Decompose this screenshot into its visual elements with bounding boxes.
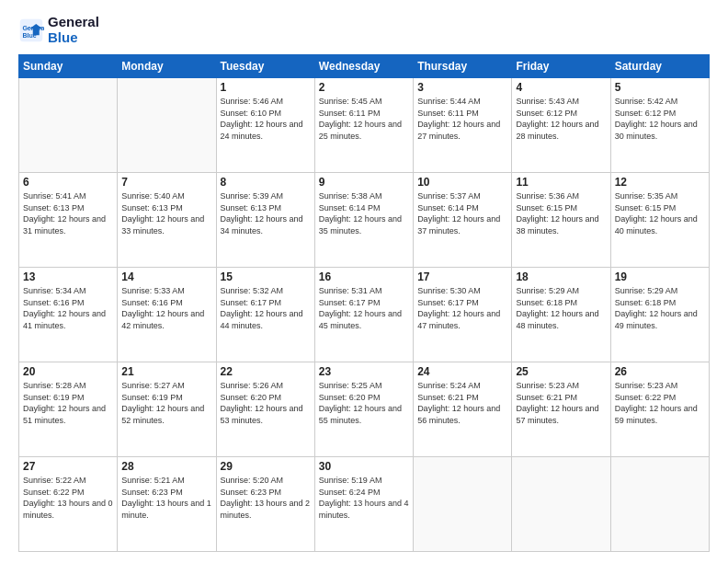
calendar-cell-0-2: 1Sunrise: 5:46 AM Sunset: 6:10 PM Daylig…	[216, 78, 314, 173]
week-row-4: 20Sunrise: 5:28 AM Sunset: 6:19 PM Dayli…	[19, 362, 710, 457]
day-info: Sunrise: 5:35 AM Sunset: 6:15 PM Dayligh…	[615, 190, 705, 236]
calendar-cell-2-5: 18Sunrise: 5:29 AM Sunset: 6:18 PM Dayli…	[512, 268, 610, 362]
day-number: 9	[319, 176, 409, 189]
day-info: Sunrise: 5:24 AM Sunset: 6:21 PM Dayligh…	[417, 380, 507, 426]
day-info: Sunrise: 5:19 AM Sunset: 6:24 PM Dayligh…	[319, 475, 409, 521]
day-info: Sunrise: 5:30 AM Sunset: 6:17 PM Dayligh…	[417, 285, 507, 331]
calendar-cell-1-0: 6Sunrise: 5:41 AM Sunset: 6:13 PM Daylig…	[19, 173, 118, 268]
day-number: 20	[23, 365, 113, 378]
logo: General Blue General Blue	[18, 15, 99, 45]
day-info: Sunrise: 5:43 AM Sunset: 6:12 PM Dayligh…	[516, 96, 606, 142]
day-number: 30	[319, 460, 409, 473]
day-number: 17	[417, 270, 507, 283]
day-number: 7	[121, 176, 211, 189]
calendar-cell-0-3: 2Sunrise: 5:45 AM Sunset: 6:11 PM Daylig…	[314, 78, 413, 173]
calendar-cell-3-6: 26Sunrise: 5:23 AM Sunset: 6:22 PM Dayli…	[610, 362, 709, 457]
calendar-cell-0-4: 3Sunrise: 5:44 AM Sunset: 6:11 PM Daylig…	[414, 78, 512, 173]
day-number: 1	[221, 81, 311, 94]
weekday-header-sunday: Sunday	[19, 55, 118, 78]
calendar-cell-3-4: 24Sunrise: 5:24 AM Sunset: 6:21 PM Dayli…	[414, 362, 512, 457]
day-info: Sunrise: 5:42 AM Sunset: 6:12 PM Dayligh…	[615, 96, 705, 142]
day-info: Sunrise: 5:23 AM Sunset: 6:21 PM Dayligh…	[516, 380, 606, 426]
calendar-cell-1-2: 8Sunrise: 5:39 AM Sunset: 6:13 PM Daylig…	[216, 173, 314, 268]
day-number: 18	[516, 270, 606, 283]
calendar-cell-0-5: 4Sunrise: 5:43 AM Sunset: 6:12 PM Daylig…	[512, 78, 610, 173]
weekday-header-thursday: Thursday	[414, 55, 512, 78]
day-info: Sunrise: 5:29 AM Sunset: 6:18 PM Dayligh…	[615, 285, 705, 331]
day-number: 26	[615, 365, 705, 378]
weekday-header-friday: Friday	[512, 55, 610, 78]
day-number: 6	[23, 176, 113, 189]
day-info: Sunrise: 5:45 AM Sunset: 6:11 PM Dayligh…	[319, 96, 409, 142]
day-info: Sunrise: 5:34 AM Sunset: 6:16 PM Dayligh…	[23, 285, 113, 331]
weekday-header-saturday: Saturday	[610, 55, 709, 78]
day-number: 5	[615, 81, 705, 94]
calendar-cell-1-4: 10Sunrise: 5:37 AM Sunset: 6:14 PM Dayli…	[414, 173, 512, 268]
day-info: Sunrise: 5:36 AM Sunset: 6:15 PM Dayligh…	[516, 190, 606, 236]
day-info: Sunrise: 5:41 AM Sunset: 6:13 PM Dayligh…	[23, 190, 113, 236]
day-number: 11	[516, 176, 606, 189]
day-number: 8	[221, 176, 311, 189]
calendar-cell-1-6: 12Sunrise: 5:35 AM Sunset: 6:15 PM Dayli…	[610, 173, 709, 268]
calendar-cell-4-3: 30Sunrise: 5:19 AM Sunset: 6:24 PM Dayli…	[314, 457, 413, 552]
day-number: 3	[417, 81, 507, 94]
day-info: Sunrise: 5:27 AM Sunset: 6:19 PM Dayligh…	[121, 380, 211, 426]
calendar-cell-2-1: 14Sunrise: 5:33 AM Sunset: 6:16 PM Dayli…	[118, 268, 216, 362]
day-number: 4	[516, 81, 606, 94]
calendar-cell-4-5	[512, 457, 610, 552]
calendar-cell-3-1: 21Sunrise: 5:27 AM Sunset: 6:19 PM Dayli…	[118, 362, 216, 457]
calendar-cell-1-1: 7Sunrise: 5:40 AM Sunset: 6:13 PM Daylig…	[118, 173, 216, 268]
calendar-cell-2-6: 19Sunrise: 5:29 AM Sunset: 6:18 PM Dayli…	[610, 268, 709, 362]
day-number: 15	[221, 270, 311, 283]
logo-icon: General Blue	[18, 17, 44, 43]
day-number: 23	[319, 365, 409, 378]
calendar-cell-4-4	[414, 457, 512, 552]
calendar-cell-3-0: 20Sunrise: 5:28 AM Sunset: 6:19 PM Dayli…	[19, 362, 118, 457]
day-number: 28	[121, 460, 211, 473]
day-info: Sunrise: 5:21 AM Sunset: 6:23 PM Dayligh…	[121, 475, 211, 521]
day-number: 27	[23, 460, 113, 473]
day-number: 19	[615, 270, 705, 283]
calendar-cell-4-1: 28Sunrise: 5:21 AM Sunset: 6:23 PM Dayli…	[118, 457, 216, 552]
calendar-table: SundayMondayTuesdayWednesdayThursdayFrid…	[18, 54, 710, 552]
day-info: Sunrise: 5:25 AM Sunset: 6:20 PM Dayligh…	[319, 380, 409, 426]
calendar-cell-1-5: 11Sunrise: 5:36 AM Sunset: 6:15 PM Dayli…	[512, 173, 610, 268]
day-info: Sunrise: 5:23 AM Sunset: 6:22 PM Dayligh…	[615, 380, 705, 426]
day-info: Sunrise: 5:32 AM Sunset: 6:17 PM Dayligh…	[221, 285, 311, 331]
day-info: Sunrise: 5:40 AM Sunset: 6:13 PM Dayligh…	[121, 190, 211, 236]
calendar-cell-0-1	[118, 78, 216, 173]
calendar-cell-2-2: 15Sunrise: 5:32 AM Sunset: 6:17 PM Dayli…	[216, 268, 314, 362]
weekday-header-row: SundayMondayTuesdayWednesdayThursdayFrid…	[19, 55, 710, 78]
calendar-cell-3-2: 22Sunrise: 5:26 AM Sunset: 6:20 PM Dayli…	[216, 362, 314, 457]
day-info: Sunrise: 5:46 AM Sunset: 6:10 PM Dayligh…	[221, 96, 311, 142]
weekday-header-tuesday: Tuesday	[216, 55, 314, 78]
weekday-header-monday: Monday	[118, 55, 216, 78]
day-number: 22	[221, 365, 311, 378]
day-info: Sunrise: 5:39 AM Sunset: 6:13 PM Dayligh…	[221, 190, 311, 236]
calendar-cell-2-3: 16Sunrise: 5:31 AM Sunset: 6:17 PM Dayli…	[314, 268, 413, 362]
calendar-cell-3-5: 25Sunrise: 5:23 AM Sunset: 6:21 PM Dayli…	[512, 362, 610, 457]
logo-text: General Blue	[48, 15, 99, 45]
day-info: Sunrise: 5:31 AM Sunset: 6:17 PM Dayligh…	[319, 285, 409, 331]
day-number: 29	[221, 460, 311, 473]
calendar-header: SundayMondayTuesdayWednesdayThursdayFrid…	[19, 55, 710, 78]
day-number: 13	[23, 270, 113, 283]
calendar-cell-0-6: 5Sunrise: 5:42 AM Sunset: 6:12 PM Daylig…	[610, 78, 709, 173]
calendar-body: 1Sunrise: 5:46 AM Sunset: 6:10 PM Daylig…	[19, 78, 710, 552]
calendar-cell-1-3: 9Sunrise: 5:38 AM Sunset: 6:14 PM Daylig…	[314, 173, 413, 268]
day-info: Sunrise: 5:38 AM Sunset: 6:14 PM Dayligh…	[319, 190, 409, 236]
calendar-cell-0-0	[19, 78, 118, 173]
calendar-cell-3-3: 23Sunrise: 5:25 AM Sunset: 6:20 PM Dayli…	[314, 362, 413, 457]
page: General Blue General Blue SundayMondayTu…	[0, 0, 728, 563]
week-row-3: 13Sunrise: 5:34 AM Sunset: 6:16 PM Dayli…	[19, 268, 710, 362]
day-number: 16	[319, 270, 409, 283]
day-info: Sunrise: 5:33 AM Sunset: 6:16 PM Dayligh…	[121, 285, 211, 331]
header: General Blue General Blue	[18, 15, 710, 45]
day-number: 10	[417, 176, 507, 189]
day-number: 21	[121, 365, 211, 378]
week-row-5: 27Sunrise: 5:22 AM Sunset: 6:22 PM Dayli…	[19, 457, 710, 552]
weekday-header-wednesday: Wednesday	[314, 55, 413, 78]
day-number: 25	[516, 365, 606, 378]
calendar-cell-2-0: 13Sunrise: 5:34 AM Sunset: 6:16 PM Dayli…	[19, 268, 118, 362]
day-number: 2	[319, 81, 409, 94]
